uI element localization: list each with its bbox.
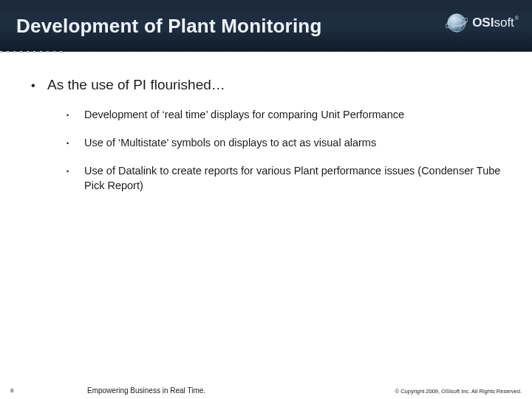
bullet-level2: • Development of ‘real time’ displays fo… [66, 108, 501, 123]
bullet-dot-icon: • [31, 77, 38, 95]
bullet-level2-text: Use of ‘Multistate’ symbols on displays … [84, 136, 376, 151]
slide-title: Development of Plant Monitoring [0, 15, 322, 38]
slide-footer: 8 Empowering Business in Real Time. © Co… [0, 381, 532, 399]
bullet-dot-icon: • [66, 136, 72, 151]
footer-tagline: Empowering Business in Real Time. [87, 386, 205, 395]
bullet-level2: • Use of Datalink to create reports for … [66, 164, 501, 193]
bullet-level2-text: Development of ‘real time’ displays for … [84, 108, 404, 123]
page-number: 8 [0, 387, 44, 394]
globe-icon [446, 12, 468, 34]
slide-body: • As the use of PI flourished… • Develop… [0, 52, 532, 193]
bullet-level2-text: Use of Datalink to create reports for va… [84, 164, 501, 193]
bullet-dot-icon: • [66, 164, 72, 179]
decorative-dots [0, 43, 66, 56]
footer-copyright: © Copyright 2009, OSIsoft Inc. All Right… [395, 388, 522, 395]
bullet-dot-icon: • [66, 108, 72, 123]
logo-brand-bold: OSI [472, 16, 494, 30]
bullet-level2: • Use of ‘Multistate’ symbols on display… [66, 136, 501, 151]
logo-text: OSIsoft® [472, 16, 519, 30]
osisoft-logo: OSIsoft® [446, 12, 519, 34]
logo-brand-rest: soft [494, 16, 514, 30]
bullet-level1-text: As the use of PI flourished… [47, 77, 225, 93]
slide-header: Development of Plant Monitoring [0, 0, 532, 52]
bullet-level1: • As the use of PI flourished… [31, 77, 501, 95]
svg-point-0 [448, 14, 466, 32]
registered-mark: ® [515, 16, 519, 21]
